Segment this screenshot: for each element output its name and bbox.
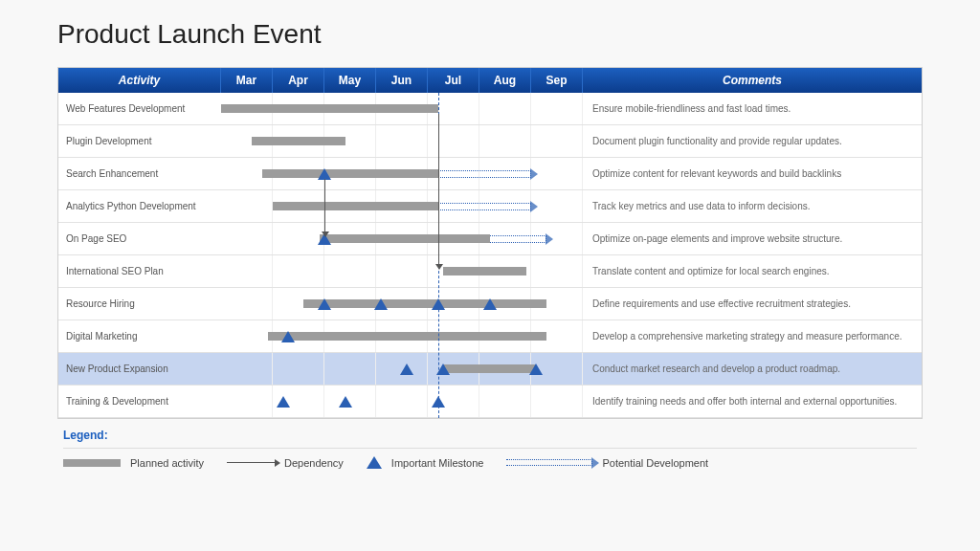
gantt-bar xyxy=(273,202,438,210)
timeline-cell xyxy=(221,125,583,157)
comment-text: Identify training needs and offer both i… xyxy=(583,392,922,411)
activity-label: New Product Expansion xyxy=(58,360,221,379)
gantt-bar xyxy=(443,267,525,276)
activity-label: Plugin Development xyxy=(58,132,221,151)
milestone-icon xyxy=(483,298,497,310)
timeline-cell xyxy=(221,386,583,417)
gantt-rows: Web Features DevelopmentEnsure mobile-fr… xyxy=(58,93,922,418)
milestone-icon xyxy=(400,364,413,375)
header-row: Activity Mar Apr May Jun Jul Aug Sep Com… xyxy=(58,68,922,93)
table-row: Search EnhancementOptimize content for r… xyxy=(58,158,922,190)
legend-label: Important Milestone xyxy=(391,457,484,469)
header-month: Aug xyxy=(479,68,531,93)
legend-label: Dependency xyxy=(284,457,344,469)
table-row: Plugin DevelopmentDocument plugin functi… xyxy=(58,125,922,158)
gantt-chart: Activity Mar Apr May Jun Jul Aug Sep Com… xyxy=(57,67,923,419)
comment-text: Conduct market research and develop a pr… xyxy=(583,360,922,379)
timeline-cell xyxy=(221,93,583,124)
activity-label: Analytics Python Development xyxy=(58,197,221,216)
table-row: New Product ExpansionConduct market rese… xyxy=(58,353,922,386)
comment-text: Develop a comprehensive marketing strate… xyxy=(583,327,922,346)
table-row: Resource HiringDefine requirements and u… xyxy=(58,288,922,320)
table-row: Digital MarketingDevelop a comprehensive… xyxy=(58,320,922,353)
comment-text: Optimize content for relevant keywords a… xyxy=(583,165,922,184)
activity-label: Resource Hiring xyxy=(58,295,221,314)
dashed-arrow-icon xyxy=(506,459,592,466)
timeline-cell xyxy=(221,223,583,254)
triangle-icon xyxy=(367,456,382,469)
comment-text: Define requirements and use effective re… xyxy=(583,295,922,314)
activity-label: On Page SEO xyxy=(58,230,221,249)
milestone-icon xyxy=(529,364,543,375)
timeline-cell xyxy=(221,288,583,320)
header-month: May xyxy=(324,68,376,93)
table-row: Analytics Python DevelopmentTrack key me… xyxy=(58,190,922,223)
activity-label: International SEO Plan xyxy=(58,262,221,281)
gantt-bar xyxy=(262,169,438,178)
legend-label: Potential Development xyxy=(602,457,708,469)
gantt-bar xyxy=(252,137,345,145)
milestone-icon xyxy=(281,331,295,342)
gantt-bar xyxy=(443,364,536,373)
header-month: Apr xyxy=(273,68,324,93)
milestone-icon xyxy=(277,396,290,408)
header-activity: Activity xyxy=(58,68,221,93)
legend-planned: Planned activity xyxy=(63,457,204,469)
milestone-icon xyxy=(436,364,450,375)
milestone-icon xyxy=(432,298,445,310)
table-row: On Page SEOOptimize on-page elements and… xyxy=(58,223,922,255)
activity-label: Web Features Development xyxy=(58,99,221,119)
table-row: Training & DevelopmentIdentify training … xyxy=(58,386,922,418)
header-comments: Comments xyxy=(583,68,922,93)
legend-potential: Potential Development xyxy=(506,457,708,469)
timeline-cell xyxy=(221,158,583,189)
gantt-bar xyxy=(303,299,546,308)
milestone-icon xyxy=(318,168,331,180)
gantt-bar xyxy=(268,332,547,341)
table-row: Web Features DevelopmentEnsure mobile-fr… xyxy=(58,93,922,125)
header-month: Mar xyxy=(221,68,273,93)
comment-text: Translate content and optimize for local… xyxy=(583,262,922,281)
potential-arrow xyxy=(438,170,531,178)
legend: Legend: Planned activity Dependency Impo… xyxy=(57,425,923,473)
timeline-cell xyxy=(221,353,583,385)
legend-dependency: Dependency xyxy=(227,457,344,469)
comment-text: Optimize on-page elements and improve we… xyxy=(583,230,922,249)
timeline-cell xyxy=(221,190,583,222)
milestone-icon xyxy=(432,396,445,408)
milestone-icon xyxy=(318,298,331,310)
table-row: International SEO PlanTranslate content … xyxy=(58,255,922,288)
header-month: Jun xyxy=(376,68,428,93)
gantt-bar xyxy=(320,234,490,243)
potential-arrow xyxy=(490,235,546,243)
activity-label: Search Enhancement xyxy=(58,165,221,184)
comment-text: Document plugin functionality and provid… xyxy=(583,132,922,151)
milestone-icon xyxy=(339,396,352,408)
activity-label: Training & Development xyxy=(58,392,221,411)
page-title: Product Launch Event xyxy=(57,19,923,50)
header-month: Jul xyxy=(428,68,479,93)
header-month: Sep xyxy=(531,68,583,93)
legend-milestone: Important Milestone xyxy=(367,456,484,469)
legend-title: Legend: xyxy=(63,429,917,442)
comment-text: Ensure mobile-friendliness and fast load… xyxy=(583,99,922,119)
activity-label: Digital Marketing xyxy=(58,327,221,346)
milestone-icon xyxy=(318,233,331,245)
timeline-cell xyxy=(221,255,583,287)
legend-label: Planned activity xyxy=(130,457,204,469)
milestone-icon xyxy=(374,298,388,310)
gantt-bar xyxy=(221,104,438,113)
timeline-cell xyxy=(221,320,583,352)
bar-icon xyxy=(63,459,121,467)
arrow-icon xyxy=(227,462,275,463)
potential-arrow xyxy=(438,203,531,210)
comment-text: Track key metrics and use data to inform… xyxy=(583,197,922,216)
